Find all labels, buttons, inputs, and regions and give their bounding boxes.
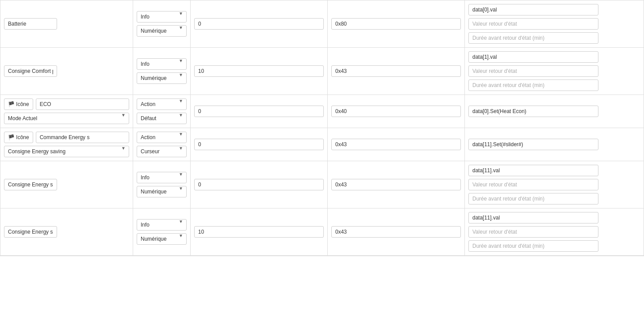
col5-cell	[465, 0, 602, 47]
col4-cell	[328, 48, 465, 95]
type-select-0[interactable]: InfoAction	[137, 11, 187, 23]
type-select-0[interactable]: InfoAction	[137, 219, 187, 231]
value-input[interactable]	[194, 18, 324, 30]
formula-input-1[interactable]	[468, 179, 598, 190]
col1-cell	[0, 208, 133, 255]
type-select-0[interactable]: InfoAction	[137, 58, 187, 70]
formula-input-2[interactable]	[468, 193, 598, 204]
type-select-1[interactable]: NumériqueBinaireTexte	[137, 186, 187, 197]
type-select-1[interactable]: DéfautCurseur	[137, 146, 187, 157]
address-input[interactable]	[331, 226, 461, 238]
name-input[interactable]	[4, 179, 57, 190]
col4-cell	[328, 208, 465, 255]
type-select-wrapper-1: DéfautCurseur▼	[137, 146, 187, 157]
col5-cell	[465, 161, 602, 208]
address-input[interactable]	[331, 18, 461, 30]
formula-input-2[interactable]	[468, 240, 598, 252]
address-input[interactable]	[331, 179, 461, 190]
formula-input-0[interactable]	[468, 4, 598, 15]
formula-input-2[interactable]	[468, 80, 598, 91]
col3-cell	[191, 48, 328, 95]
type-select-1[interactable]: NumériqueBinaireTexte	[137, 233, 187, 245]
col3-cell	[191, 161, 328, 208]
col3-cell	[191, 95, 328, 128]
formula-input-1[interactable]	[468, 65, 598, 77]
type-select-1[interactable]: NumériqueBinaireTexte	[137, 72, 187, 84]
name-input[interactable]	[4, 18, 57, 30]
col4-cell	[328, 161, 465, 208]
col3-cell	[191, 208, 328, 255]
col2-cell: InfoAction▼NumériqueBinaireTexte▼	[133, 0, 191, 47]
value-input[interactable]	[194, 139, 324, 150]
formula-input-1[interactable]	[468, 18, 598, 30]
type-select-wrapper-0: InfoAction▼	[137, 219, 187, 231]
main-table: InfoAction▼NumériqueBinaireTexte▼InfoAct…	[0, 0, 644, 256]
icon-button[interactable]: 🏴 Icône	[4, 98, 33, 110]
col2-cell: InfoAction▼DéfautCurseur▼	[133, 128, 191, 161]
col3-cell	[191, 0, 328, 47]
type-select-1[interactable]: DéfautCurseur	[137, 113, 187, 124]
type-select-wrapper-0: InfoAction▼	[137, 132, 187, 143]
col2-cell: InfoAction▼DéfautCurseur▼	[133, 95, 191, 128]
col5-cell	[465, 95, 602, 128]
mode-select[interactable]: Consigne Energy savingMode EcoMode Confo…	[4, 146, 129, 157]
value-input[interactable]	[194, 106, 324, 117]
formula-input-0[interactable]	[468, 212, 598, 223]
col1-cell	[0, 0, 133, 47]
type-select-wrapper-0: InfoAction▼	[137, 11, 187, 23]
formula-input-0[interactable]	[468, 106, 598, 117]
type-select-wrapper-1: NumériqueBinaireTexte▼	[137, 186, 187, 197]
col1-cell: 🏴 IcôneConsigne Energy savingMode EcoMod…	[0, 128, 133, 161]
formula-input-0[interactable]	[468, 139, 598, 150]
col2-cell: InfoAction▼NumériqueBinaireTexte▼	[133, 48, 191, 95]
type-select-wrapper-0: InfoAction▼	[137, 98, 187, 110]
type-select-0[interactable]: InfoAction	[137, 172, 187, 183]
formula-input-1[interactable]	[468, 226, 598, 238]
mode-select[interactable]: Mode ActuelMode EcoMode Confort	[4, 113, 129, 124]
type-select-1[interactable]: NumériqueBinaireTexte	[137, 25, 187, 37]
icon-button[interactable]: 🏴 Icône	[4, 132, 33, 143]
table-row: InfoAction▼NumériqueBinaireTexte▼	[0, 0, 644, 48]
icon-name-input[interactable]	[36, 132, 129, 143]
type-select-0[interactable]: InfoAction	[137, 132, 187, 143]
value-input[interactable]	[194, 179, 324, 190]
type-select-wrapper-1: NumériqueBinaireTexte▼	[137, 25, 187, 37]
table-row: InfoAction▼NumériqueBinaireTexte▼	[0, 161, 644, 208]
mode-select-wrapper: Consigne Energy savingMode EcoMode Confo…	[4, 146, 129, 157]
col3-cell	[191, 128, 328, 161]
table-row: 🏴 IcôneMode ActuelMode EcoMode Confort▼I…	[0, 95, 644, 128]
value-input[interactable]	[194, 226, 324, 238]
col5-cell	[465, 128, 602, 161]
formula-input-2[interactable]	[468, 32, 598, 44]
type-select-wrapper-0: InfoAction▼	[137, 172, 187, 183]
col1-cell: 🏴 IcôneMode ActuelMode EcoMode Confort▼	[0, 95, 133, 128]
address-input[interactable]	[331, 106, 461, 117]
col5-cell	[465, 208, 602, 255]
col4-cell	[328, 0, 465, 47]
formula-input-0[interactable]	[468, 51, 598, 63]
col1-cell	[0, 161, 133, 208]
type-select-0[interactable]: InfoAction	[137, 98, 187, 110]
type-select-wrapper-0: InfoAction▼	[137, 58, 187, 70]
address-input[interactable]	[331, 65, 461, 77]
name-input[interactable]	[4, 65, 57, 77]
table-row: 🏴 IcôneConsigne Energy savingMode EcoMod…	[0, 128, 644, 161]
col5-cell	[465, 48, 602, 95]
formula-input-0[interactable]	[468, 165, 598, 176]
table-row: InfoAction▼NumériqueBinaireTexte▼	[0, 48, 644, 95]
col1-cell	[0, 48, 133, 95]
icon-name-input[interactable]	[36, 98, 129, 110]
value-input[interactable]	[194, 65, 324, 77]
type-select-wrapper-1: DéfautCurseur▼	[137, 113, 187, 124]
mode-select-wrapper: Mode ActuelMode EcoMode Confort▼	[4, 113, 129, 124]
col2-cell: InfoAction▼NumériqueBinaireTexte▼	[133, 161, 191, 208]
name-input[interactable]	[4, 226, 57, 238]
col2-cell: InfoAction▼NumériqueBinaireTexte▼	[133, 208, 191, 255]
type-select-wrapper-1: NumériqueBinaireTexte▼	[137, 72, 187, 84]
address-input[interactable]	[331, 139, 461, 150]
type-select-wrapper-1: NumériqueBinaireTexte▼	[137, 233, 187, 245]
table-row: InfoAction▼NumériqueBinaireTexte▼	[0, 208, 644, 256]
col4-cell	[328, 95, 465, 128]
col4-cell	[328, 128, 465, 161]
